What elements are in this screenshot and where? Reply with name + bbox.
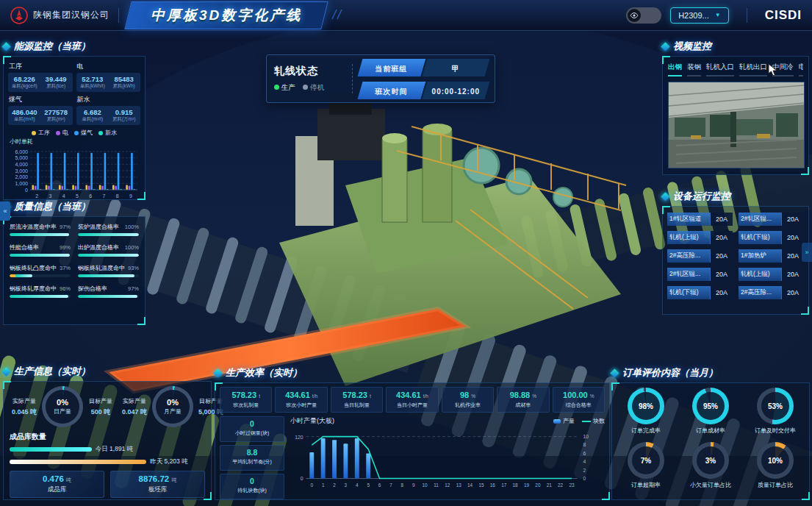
device-item[interactable]: 2#轧区辊...20A: [667, 268, 733, 281]
device-value: 20A: [710, 231, 733, 244]
expand-right-tab[interactable]: »: [802, 243, 812, 262]
order-gauge-percent: 95%: [697, 392, 725, 420]
device-name: 轧机(下辊): [739, 231, 781, 244]
energy-value: 277578: [40, 108, 72, 116]
quality-bar: [10, 295, 71, 298]
device-item[interactable]: 轧机(上辊)20A: [739, 268, 804, 281]
actual-output: 实际产量0.045 吨: [10, 397, 39, 417]
order-gauge-label: 订单成材率: [692, 427, 729, 435]
video-tab-2[interactable]: 装钢: [687, 63, 701, 76]
quality-value: 97%: [128, 285, 139, 292]
device-item[interactable]: 轧机(上辊)20A: [667, 231, 733, 244]
energy-value: 85483: [108, 75, 140, 83]
production-panel-title: 生产信息（实时）: [14, 365, 90, 378]
stock-cards: 0.476 吨成品库8876.72 吨板坯库: [10, 471, 205, 498]
device-item[interactable]: 2#轧区辊...20A: [739, 213, 804, 226]
svg-text:16: 16: [490, 482, 496, 488]
stock-title: 成品库数量: [10, 432, 205, 442]
energy-metric: 39.449累耗(tce): [40, 75, 72, 90]
svg-text:12: 12: [445, 482, 450, 488]
hourly-output-chart-area: 小时产量(大板) 产量 块数 120002468100123456789101: [290, 416, 605, 499]
heat-number-select[interactable]: H2309... ▼: [670, 7, 729, 24]
device-item[interactable]: 2#高压除...20A: [667, 249, 733, 263]
metric-unit: %: [532, 393, 536, 399]
energy-quadrant-title: 电: [77, 62, 141, 71]
legend-item: 电: [56, 129, 68, 137]
quality-bar: [78, 295, 139, 298]
energy-panel-title: 能源监控（当班）: [14, 40, 90, 53]
side-stat-value: 0: [220, 419, 284, 428]
shift-row: 当前班组甲: [358, 59, 490, 76]
production-gauge: 0%月产量: [152, 386, 193, 427]
device-item[interactable]: 1#轧区辊道20A: [667, 213, 733, 226]
energy-quadrant: 煤气486.040单耗(m³/t)277578累耗(m³): [8, 94, 73, 125]
shift-tag: 当前班组: [358, 59, 426, 76]
actual-value: 0.045 吨: [10, 407, 39, 417]
quality-item: 探伤合格率97%: [78, 285, 139, 298]
svg-text:0: 0: [301, 477, 303, 482]
video-tab-3[interactable]: 轧机入口: [706, 63, 734, 76]
quality-bar: [78, 233, 139, 236]
line-status-divider: [352, 64, 353, 93]
efficiency-side-stats: 0小时过钢量(块)8.8平均轧制节奏(分)0待轧块数(块): [220, 416, 284, 499]
energy-quadrant-title: 煤气: [9, 95, 73, 104]
energy-metric: 85483累耗(kWh): [108, 75, 140, 90]
stopped-dot-icon: [303, 85, 308, 90]
order-gauge: 3%小欠量订单占比: [690, 442, 731, 489]
efficiency-metric: 434.61 t/h班次小时产量: [275, 387, 327, 413]
metric-unit: %: [590, 393, 594, 399]
efficiency-side-stat: 8.8平均轧制节奏(分): [220, 445, 284, 471]
device-item[interactable]: 轧机(下辊)20A: [667, 286, 733, 299]
quality-row: 层流冷温度命中率97%: [10, 223, 71, 231]
quality-bar-fill: [10, 274, 32, 277]
line-legend-icon: [582, 421, 591, 422]
quality-bar-fill: [10, 233, 69, 236]
efficiency-metrics: 578.23 t班次轧制量434.61 t/h班次小时产量578.23 t当日轧…: [220, 387, 605, 413]
device-item[interactable]: 轧机(下辊)20A: [739, 231, 804, 244]
device-value: 20A: [710, 213, 733, 226]
quality-bar-fill: [78, 233, 139, 236]
energy-unit: 单耗(m³/t): [77, 116, 109, 123]
legend-bar: 产量: [553, 417, 575, 425]
quality-row: 钢板终轧厚度命中率96%: [10, 285, 71, 293]
quality-row: 钢板终轧凸度命中率37%: [10, 264, 71, 272]
video-tab-1[interactable]: 出钢: [668, 63, 682, 76]
stock-card-unit: 吨: [171, 477, 176, 482]
dashboard-root: 陕钢集团汉钢公司 中厚板3D数字化产线 // H2309... ▼ CISDI …: [0, 0, 812, 506]
stock-card-unit: 吨: [66, 477, 71, 482]
energy-value: 39.449: [40, 75, 72, 83]
company-logo-icon: [10, 7, 28, 24]
device-item[interactable]: 1#加热炉20A: [739, 249, 804, 263]
quality-value: 93%: [128, 265, 139, 271]
video-feed[interactable]: [668, 82, 805, 168]
bar-legend-icon: [553, 419, 561, 424]
video-tab-6[interactable]: 电动辊: [799, 63, 804, 76]
quality-label: 装炉温度合格率: [78, 223, 119, 231]
quality-value: 97%: [60, 224, 71, 230]
quality-value: 100%: [125, 244, 139, 251]
quality-label: 性能合格率: [10, 243, 39, 252]
svg-text:1: 1: [322, 482, 325, 488]
efficiency-side-stat: 0小时过钢量(块): [220, 416, 284, 442]
visibility-toggle[interactable]: [626, 7, 661, 24]
line-status-title: 轧线状态: [274, 65, 345, 78]
quality-label: 钢板终轧厚度命中率: [10, 285, 57, 293]
svg-text:7: 7: [389, 482, 392, 488]
device-name: 2#轧区辊...: [667, 268, 710, 281]
quality-bar: [10, 233, 71, 236]
energy-metric: 6.682单耗(m³/t): [77, 108, 109, 123]
energy-metric: 486.040单耗(m³/t): [9, 108, 40, 123]
target-output: 目标产量500 吨: [86, 397, 115, 417]
shift-value: 甲: [421, 59, 490, 76]
energy-unit: 累耗(kWh): [108, 83, 140, 90]
video-tab-4[interactable]: 轧机出口: [739, 63, 767, 76]
quality-bar: [78, 254, 139, 257]
device-item[interactable]: 2#高压除...20A: [739, 286, 804, 299]
metric-unit: t: [259, 393, 260, 399]
collapse-left-tab[interactable]: «: [0, 202, 10, 221]
side-stat-value: 8.8: [220, 448, 284, 457]
page-title-plate: 中厚板3D数字化产线: [124, 1, 328, 29]
svg-text:10: 10: [583, 434, 589, 439]
panel-diamond-icon: [1, 42, 11, 51]
device-value: 20A: [781, 213, 804, 226]
